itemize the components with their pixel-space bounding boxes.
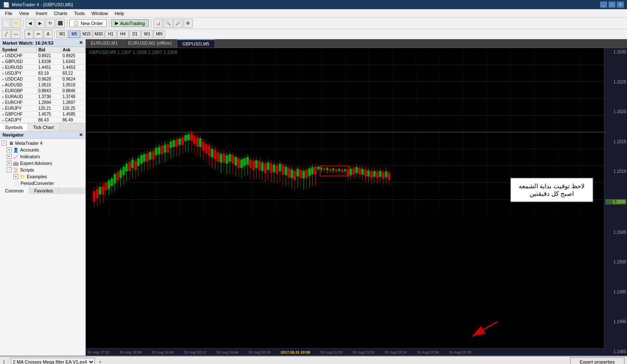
mw-row-usdchf[interactable]: ● USDCHF 0.8921 0.8925 (0, 53, 85, 59)
chart-tab-eurusdm1[interactable]: EURUSD,M1 (86, 39, 123, 48)
nav-item-root[interactable]: - 🖥 MetaTrader 4 (0, 140, 85, 147)
expand-icon-scripts[interactable]: - (7, 167, 12, 172)
expert-properties-button[interactable]: Expert properties (570, 357, 624, 364)
price-1505: 1.1505 (605, 230, 626, 235)
expand-icon-indicators[interactable]: + (7, 154, 12, 159)
svg-rect-50 (120, 170, 122, 177)
annotation-arrow (464, 317, 506, 343)
nav-label-examples: Examples (27, 174, 47, 179)
period-m5[interactable]: M5 (69, 30, 80, 38)
chart-tab-gbpusdm5[interactable]: GBPUSD,M5 (177, 39, 215, 48)
mw-symbol: ● EURGBP (0, 88, 37, 94)
period-sep (22, 31, 23, 38)
mw-row-audusd[interactable]: ● AUDUSD 1.0515 1.0518 (0, 82, 85, 88)
nav-item-scripts[interactable]: - 📜 Scripts (0, 167, 85, 173)
mw-row-gbpusd[interactable]: ● GBPUSD 1.6339 1.6342 (0, 59, 85, 65)
forward-btn[interactable]: ▶ (36, 19, 45, 28)
stop-btn[interactable]: ⬛ (56, 19, 65, 28)
tab-symbols[interactable]: Symbols (0, 124, 28, 131)
nav-label-indicators: Indicators (20, 154, 40, 159)
text-tool[interactable]: A (43, 30, 53, 39)
chart-tab-eurusdm2[interactable]: EURUSD,M2 (offline) (123, 39, 177, 48)
toolbar-sep-1 (23, 19, 23, 28)
new-btn[interactable]: 📄 (2, 19, 11, 28)
mw-row-eurchf[interactable]: ● EURCHF 1.2894 1.2897 (0, 100, 85, 106)
line-tool[interactable]: ╱ (2, 30, 11, 39)
svg-rect-215 (361, 169, 364, 174)
svg-rect-120 (223, 153, 225, 162)
svg-rect-58 (131, 159, 134, 168)
svg-rect-221 (370, 171, 372, 178)
mw-bid: 120.21 (36, 106, 61, 111)
menu-file[interactable]: File (2, 10, 16, 17)
period-m1[interactable]: M1 (56, 30, 68, 38)
crosshair-tool[interactable]: ✛ (24, 30, 33, 39)
minimize-button[interactable]: _ (600, 2, 607, 8)
tab-favorites[interactable]: Favorites (29, 187, 59, 194)
menu-insert[interactable]: Insert (32, 10, 51, 17)
svg-rect-136 (246, 157, 249, 164)
mw-row-gbpchf[interactable]: ● GBPCHF 1.4575 1.4585 (0, 111, 85, 117)
tab-tick-chart[interactable]: Tick Chart (28, 124, 59, 131)
chart-tabs: EURUSD,M1 EURUSD,M2 (offline) GBPUSD,M5 (86, 39, 627, 48)
new-order-icon: 📋 (73, 20, 79, 26)
mw-row-euraud[interactable]: ● EURAUD 1.3736 1.3748 (0, 94, 85, 100)
annotation-line1: لاحظ توقيت بداية الشمعه (517, 182, 586, 190)
svg-rect-64 (140, 155, 143, 164)
menu-window[interactable]: Window (88, 10, 111, 17)
svg-rect-207 (349, 169, 352, 175)
back-btn[interactable]: ◀ (25, 19, 35, 28)
maximize-button[interactable]: □ (609, 2, 615, 8)
pencil-tool[interactable]: ✏ (34, 30, 43, 39)
expand-icon-ea[interactable]: + (7, 161, 12, 166)
nav-item-periodconverter[interactable]: 📄 PeriodConverter (0, 180, 85, 187)
close-button[interactable]: ✕ (617, 2, 624, 8)
mw-row-usdjpy[interactable]: ● USDJPY 83.19 83.22 (0, 71, 85, 76)
mw-row-usdcad[interactable]: ● USDCAD 0.9620 0.9624 (0, 76, 85, 82)
ea-dropdown[interactable]: 2 MA Crosses Mega filter EA V1.ex4 (11, 358, 95, 364)
time-label-3: 31 Aug 18:40 (152, 350, 174, 354)
period-h1[interactable]: H1 (105, 30, 117, 38)
menu-charts[interactable]: Charts (51, 10, 71, 17)
autotrading-button[interactable]: ▶ AutoTrading (111, 19, 149, 27)
zoom-out-btn[interactable]: 🔎 (173, 19, 183, 28)
svg-rect-92 (181, 137, 184, 145)
market-watch-close[interactable]: ✕ (79, 40, 83, 46)
mw-symbol: ● AUDUSD (0, 82, 37, 88)
properties-btn[interactable]: ⚙ (184, 19, 193, 28)
period-d1[interactable]: D1 (129, 30, 141, 38)
hline-tool[interactable]: — (11, 30, 20, 39)
menu-view[interactable]: View (16, 10, 33, 17)
mw-row-cadjpy[interactable]: ● CADJPY 86.43 86.49 (0, 117, 85, 123)
tab-common[interactable]: Common (0, 187, 29, 194)
mw-row-eurusd[interactable]: ● EURUSD 1.4451 1.4453 (0, 65, 85, 71)
menu-tools[interactable]: Tools (71, 10, 88, 17)
refresh-btn[interactable]: ↻ (46, 19, 55, 28)
mw-row-eurjpy[interactable]: ● EURJPY 120.21 120.25 (0, 106, 85, 111)
period-m30[interactable]: M30 (93, 30, 104, 38)
nav-item-examples[interactable]: + 📁 Examples (0, 173, 85, 180)
svg-rect-179 (308, 168, 311, 176)
expand-icon[interactable]: - (2, 141, 7, 146)
period-m15[interactable]: M15 (81, 30, 92, 38)
svg-rect-34 (96, 189, 98, 198)
period-w1[interactable]: W1 (141, 30, 153, 38)
nav-item-ea[interactable]: + 🤖 Expert Advisors (0, 160, 85, 167)
svg-rect-162 (285, 167, 287, 175)
expand-icon-examples[interactable]: + (13, 174, 18, 179)
mw-ask: 1.0518 (61, 82, 85, 88)
mw-row-eurgbp[interactable]: ● EURGBP 0.8843 0.8846 (0, 88, 85, 94)
svg-rect-94 (184, 135, 187, 141)
period-mn[interactable]: MN (153, 30, 165, 38)
open-btn[interactable]: 📁 (12, 19, 21, 28)
nav-item-accounts[interactable]: + 👤 Accounts (0, 147, 85, 153)
navigator-close[interactable]: ✕ (79, 132, 83, 138)
zoom-in-btn[interactable]: 🔍 (163, 19, 173, 28)
menu-help[interactable]: Help (111, 10, 127, 17)
chart-type-btn[interactable]: 📊 (153, 19, 163, 28)
nav-item-indicators[interactable]: + 📈 Indicators (0, 153, 85, 160)
new-order-button[interactable]: 📋 New Order (69, 19, 107, 27)
period-h4[interactable]: H4 (117, 30, 129, 38)
expand-icon-accounts[interactable]: + (7, 147, 12, 152)
person-icon: 👤 (13, 147, 19, 153)
